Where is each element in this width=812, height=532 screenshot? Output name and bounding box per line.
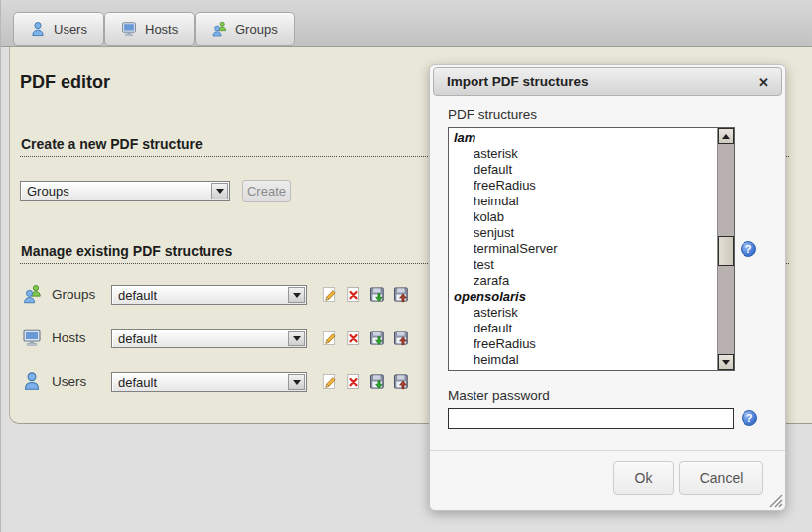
groups-structure-select-value: default <box>118 286 284 305</box>
tab-groups[interactable]: Groups <box>195 12 295 46</box>
pdf-structures-label: PDF structures <box>448 107 537 122</box>
export-icon[interactable] <box>369 373 386 390</box>
resize-grip-icon[interactable] <box>767 492 783 508</box>
row-type-label: Users <box>52 374 86 389</box>
row-type-label: Groups <box>52 287 95 302</box>
import-pdf-structures-dialog: Import PDF structures ✕ PDF structures l… <box>429 64 786 511</box>
delete-icon[interactable] <box>345 330 362 346</box>
account-type-tabbar: Users Hosts Groups <box>1 0 812 47</box>
help-icon[interactable]: ? <box>741 241 756 257</box>
list-item[interactable]: zarafa <box>449 273 717 289</box>
chevron-down-icon[interactable] <box>288 287 305 303</box>
scroll-up-icon[interactable] <box>718 128 734 144</box>
hosts-structure-select-value: default <box>118 330 284 348</box>
list-item[interactable]: default <box>449 321 717 336</box>
tab-label: Hosts <box>145 22 178 37</box>
ok-button[interactable]: Ok <box>613 461 674 495</box>
row-type-label: Hosts <box>52 331 86 345</box>
lam-pdf-editor-page: Users Hosts Groups PDF editor Create a n… <box>0 0 812 532</box>
list-item[interactable]: freeRadius <box>449 336 717 352</box>
help-icon[interactable]: ? <box>742 410 757 426</box>
dialog-titlebar[interactable]: Import PDF structures ✕ <box>433 67 782 96</box>
scroll-down-icon[interactable] <box>718 354 734 370</box>
list-item[interactable]: test <box>449 257 717 273</box>
hosts-structure-select[interactable]: default <box>111 329 307 348</box>
tab-label: Groups <box>235 22 278 37</box>
delete-icon[interactable] <box>345 373 362 390</box>
create-button[interactable]: Create <box>242 180 291 202</box>
chevron-down-icon[interactable] <box>288 374 305 390</box>
edit-icon[interactable] <box>321 373 338 390</box>
master-password-label: Master password <box>448 388 550 403</box>
list-item[interactable]: senjust <box>449 225 717 241</box>
master-password-input[interactable] <box>448 408 734 429</box>
group-icon <box>211 21 227 37</box>
user-icon <box>22 371 42 391</box>
users-structure-select-value: default <box>118 373 284 392</box>
delete-icon[interactable] <box>345 286 362 303</box>
scrollbar-thumb[interactable] <box>718 236 734 266</box>
import-icon[interactable] <box>393 373 410 390</box>
chevron-down-icon[interactable] <box>288 331 305 346</box>
list-item[interactable]: asterisk <box>449 305 717 321</box>
host-icon <box>121 21 137 37</box>
groups-structure-select[interactable]: default <box>111 285 307 305</box>
dialog-title: Import PDF structures <box>447 74 589 89</box>
import-icon[interactable] <box>393 286 410 303</box>
export-icon[interactable] <box>369 330 386 346</box>
page-title: PDF editor <box>20 72 110 93</box>
users-structure-select[interactable]: default <box>111 372 307 392</box>
cancel-button[interactable]: Cancel <box>679 461 763 495</box>
close-icon[interactable]: ✕ <box>754 73 773 92</box>
list-item[interactable]: freeRadius <box>449 178 717 194</box>
list-item[interactable]: default <box>449 162 717 178</box>
dialog-buttonpane: Ok Cancel <box>430 450 785 510</box>
structure-type-select-value: Groups <box>27 182 207 200</box>
pdf-structures-items: lamasteriskdefaultfreeRadiusheimdalkolab… <box>449 128 717 370</box>
edit-icon[interactable] <box>321 286 338 303</box>
group-icon <box>22 284 42 304</box>
list-group-header[interactable]: lam <box>449 130 717 146</box>
tab-users[interactable]: Users <box>13 12 104 46</box>
list-item[interactable]: kolab <box>449 368 717 370</box>
list-group-header[interactable]: opensolaris <box>449 289 717 305</box>
pdf-structures-list[interactable]: lamasteriskdefaultfreeRadiusheimdalkolab… <box>448 127 735 371</box>
list-item[interactable]: heimdal <box>449 352 717 368</box>
list-item[interactable]: kolab <box>449 209 717 225</box>
list-scrollbar[interactable] <box>717 128 734 370</box>
list-item[interactable]: terminalServer <box>449 241 717 257</box>
structure-type-select[interactable]: Groups <box>20 181 230 201</box>
edit-icon[interactable] <box>321 330 338 346</box>
import-icon[interactable] <box>393 330 410 346</box>
user-icon <box>30 21 46 37</box>
tab-hosts[interactable]: Hosts <box>104 12 195 46</box>
export-icon[interactable] <box>369 286 386 303</box>
chevron-down-icon[interactable] <box>211 183 228 200</box>
tab-label: Users <box>54 22 87 37</box>
list-item[interactable]: asterisk <box>449 146 717 162</box>
list-item[interactable]: heimdal <box>449 194 717 209</box>
host-icon <box>22 328 42 347</box>
